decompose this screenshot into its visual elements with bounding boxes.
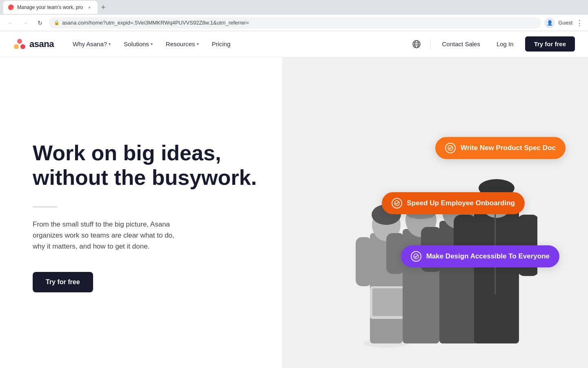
hero-right: Write New Product Spec Doc Speed Up Empl…: [282, 57, 588, 368]
task-card-label: Write New Product Spec Doc: [461, 144, 556, 152]
nav-right-items: Contact Sales Log In Try for free: [409, 36, 575, 52]
tab-bar: Manage your team's work, pro × +: [3, 0, 585, 15]
svg-rect-29: [474, 209, 519, 343]
login-link[interactable]: Log In: [492, 37, 519, 51]
browser-menu-button[interactable]: ⋮: [576, 18, 583, 27]
hero-description: From the small stuff to the big picture,…: [33, 219, 188, 252]
hero-headline: Work on big ideas, without the busywork.: [33, 141, 258, 190]
task-card-label: Speed Up Employee Onboarding: [407, 199, 515, 207]
check-circle-icon: [411, 251, 421, 262]
nav-divider: [430, 39, 431, 49]
active-tab[interactable]: Manage your team's work, pro ×: [3, 1, 98, 14]
chevron-down-icon: ▾: [197, 42, 199, 46]
task-card-design: Make Design Accessible To Everyone: [401, 245, 559, 267]
browser-chrome: Manage your team's work, pro × +: [0, 0, 588, 15]
nav-why-asana[interactable]: Why Asana? ▾: [67, 37, 116, 51]
tab-title: Manage your team's work, pro: [17, 4, 83, 10]
tab-favicon: [8, 4, 14, 10]
svg-point-0: [17, 39, 22, 44]
hero-cta-button[interactable]: Try for free: [33, 272, 93, 292]
new-tab-button[interactable]: +: [98, 2, 109, 13]
browser-nav: ← → ↻ 🔒 asana.com/home?utm_expid=.5Vei3M…: [0, 15, 588, 31]
profile-button[interactable]: 👤: [544, 18, 555, 28]
nav-pricing[interactable]: Pricing: [206, 37, 236, 51]
profile-icon: 👤: [547, 20, 553, 26]
asana-logo[interactable]: asana: [13, 38, 54, 51]
logo-icon: [13, 38, 26, 51]
main-navbar: asana Why Asana? ▾ Solutions ▾ Resources…: [0, 31, 588, 57]
nav-links: Why Asana? ▾ Solutions ▾ Resources ▾ Pri…: [67, 37, 409, 51]
svg-point-1: [14, 44, 19, 49]
task-card-onboarding: Speed Up Employee Onboarding: [382, 192, 525, 214]
language-button[interactable]: [409, 37, 424, 52]
checkmark-icon: [448, 145, 453, 151]
svg-rect-12: [356, 237, 372, 286]
logo-text: asana: [29, 39, 54, 49]
chevron-down-icon: ▾: [151, 42, 153, 46]
hero-left: Work on big ideas, without the busywork.…: [0, 57, 282, 368]
check-circle-icon: [392, 198, 402, 209]
hero-divider: [33, 206, 57, 207]
url-text: asana.com/home?utm_expid=.5Vei3MMKRWq4PU…: [62, 20, 249, 26]
globe-icon: [412, 40, 421, 49]
task-card-product-spec: Write New Product Spec Doc: [435, 137, 566, 159]
lock-icon: 🔒: [54, 20, 60, 25]
contact-sales-link[interactable]: Contact Sales: [437, 37, 485, 51]
refresh-button[interactable]: ↻: [34, 17, 46, 29]
nav-solutions[interactable]: Solutions ▾: [118, 37, 158, 51]
forward-button[interactable]: →: [20, 17, 31, 29]
task-card-label: Make Design Accessible To Everyone: [426, 252, 550, 260]
checkmark-icon: [413, 254, 419, 259]
address-bar[interactable]: 🔒 asana.com/home?utm_expid=.5Vei3MMKRWq4…: [49, 17, 541, 29]
try-for-free-button[interactable]: Try for free: [525, 36, 575, 52]
svg-point-2: [20, 44, 25, 49]
checkmark-icon: [394, 200, 400, 206]
back-button[interactable]: ←: [5, 17, 16, 29]
browser-nav-right: 👤 Guest ⋮: [544, 18, 583, 28]
tab-close-button[interactable]: ×: [86, 4, 93, 11]
chevron-down-icon: ▾: [109, 42, 111, 46]
hero-section: Work on big ideas, without the busywork.…: [0, 57, 588, 368]
guest-label: Guest: [558, 20, 572, 26]
check-circle-icon: [445, 143, 456, 153]
nav-resources[interactable]: Resources ▾: [160, 37, 205, 51]
